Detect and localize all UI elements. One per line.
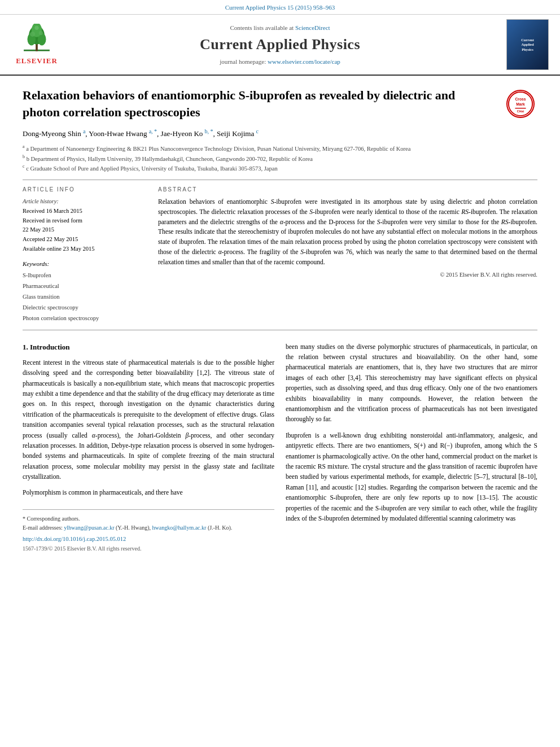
svg-point-6 bbox=[30, 32, 35, 37]
journal-cover-section: Current Applied Physics bbox=[498, 19, 549, 70]
keyword-4: Dielectric spectroscopy bbox=[23, 303, 147, 313]
journal-title-section: Contents lists available at ScienceDirec… bbox=[62, 24, 498, 66]
elsevier-logo-section: ELSEVIER bbox=[11, 24, 62, 66]
article-info-header: ARTICLE INFO bbox=[23, 186, 147, 194]
svg-point-7 bbox=[39, 31, 43, 35]
intro-paragraph-2: Polymorphism is common in pharmaceutical… bbox=[23, 487, 274, 497]
crossmark-icon: Cross Mark CHat bbox=[506, 90, 535, 118]
keyword-5: Photon correlation spectroscopy bbox=[23, 313, 147, 324]
journal-header: ELSEVIER Contents lists available at Sci… bbox=[0, 15, 560, 76]
keyword-1: S-Ibuprofen bbox=[23, 270, 147, 281]
article-info-abstract-section: ARTICLE INFO Article history: Received 1… bbox=[23, 186, 537, 324]
title-section: Relaxation behaviors of enantiomorphic S… bbox=[23, 87, 537, 120]
journal-homepage: journal homepage: www.elsevier.com/locat… bbox=[62, 58, 498, 66]
journal-title: Current Applied Physics bbox=[62, 34, 498, 55]
received-revised-label: Received in revised form bbox=[23, 216, 147, 226]
keywords-section: Keywords: S-Ibuprofen Pharmaceutical Gla… bbox=[23, 260, 147, 324]
email-1-link[interactable]: ylhwang@pusan.ac.kr bbox=[64, 525, 114, 531]
separator-1 bbox=[23, 180, 537, 180]
separator-2 bbox=[23, 330, 537, 330]
svg-text:Mark: Mark bbox=[516, 102, 525, 106]
science-direct-link: Contents lists available at ScienceDirec… bbox=[62, 24, 498, 32]
authors-line: Dong-Myeong Shin a, Yoon-Hwae Hwang a, *… bbox=[23, 128, 537, 139]
body-right-column: been many studies on the diverse polymor… bbox=[286, 342, 537, 553]
revised-date: 22 May 2015 bbox=[23, 225, 147, 235]
article-title: Relaxation behaviors of enantiomorphic S… bbox=[23, 87, 537, 120]
abstract-header: ABSTRACT bbox=[158, 186, 537, 194]
elsevier-wordmark: ELSEVIER bbox=[16, 56, 58, 66]
corresponding-note: * Corresponding authors. bbox=[23, 514, 274, 523]
doi-line[interactable]: http://dx.doi.org/10.1016/j.cap.2015.05.… bbox=[23, 535, 274, 544]
affiliations-section: a a Department of Nanoenergy Engineering… bbox=[23, 143, 537, 173]
keywords-title: Keywords: bbox=[23, 260, 147, 268]
abstract-column: ABSTRACT Relaxation behaviors of enantio… bbox=[158, 186, 537, 324]
available-online-date: Available online 23 May 2015 bbox=[23, 244, 147, 254]
section-1-title: 1. Introduction bbox=[23, 342, 274, 353]
svg-text:Cross: Cross bbox=[515, 98, 526, 102]
affiliation-b: b b Department of Physics, Hallym Univer… bbox=[23, 154, 537, 163]
affiliation-a: a a Department of Nanoenergy Engineering… bbox=[23, 143, 537, 153]
accepted-date: Accepted 22 May 2015 bbox=[23, 235, 147, 244]
article-info-column: ARTICLE INFO Article history: Received 1… bbox=[23, 186, 147, 324]
history-label: Article history: bbox=[23, 197, 147, 207]
email-2-link[interactable]: hwangko@hallym.ac.kr bbox=[152, 525, 207, 531]
homepage-link[interactable]: www.elsevier.com/locate/cap bbox=[268, 58, 340, 65]
journal-cover-image: Current Applied Physics bbox=[506, 19, 549, 70]
body-content: 1. Introduction Recent interest in the v… bbox=[23, 342, 537, 553]
citation-text: Current Applied Physics 15 (2015) 958–96… bbox=[225, 4, 335, 11]
received-date: Received 16 March 2015 bbox=[23, 207, 147, 216]
cover-title: Current Applied Physics bbox=[521, 38, 534, 52]
affiliation-c: c c Graduate School of Pure and Applied … bbox=[23, 163, 537, 173]
email-line: E-mail addresses: ylhwang@pusan.ac.kr (Y… bbox=[23, 523, 274, 532]
elsevier-tree-icon bbox=[20, 24, 54, 55]
elsevier-logo: ELSEVIER bbox=[11, 24, 62, 66]
intro-paragraph-1: Recent interest in the vitreous state of… bbox=[23, 357, 274, 482]
science-direct-anchor[interactable]: ScienceDirect bbox=[295, 24, 330, 31]
keywords-list: S-Ibuprofen Pharmaceutical Glass transit… bbox=[23, 270, 147, 324]
article-info-table: Article history: Received 16 March 2015 … bbox=[23, 197, 147, 254]
doi-link[interactable]: http://dx.doi.org/10.1016/j.cap.2015.05.… bbox=[23, 536, 126, 542]
body-left-column: 1. Introduction Recent interest in the v… bbox=[23, 342, 274, 553]
abstract-text: Relaxation behaviors of enantiomorphic S… bbox=[158, 197, 537, 268]
keyword-2: Pharmaceutical bbox=[23, 281, 147, 292]
copyright-notice: © 2015 Elsevier B.V. All rights reserved… bbox=[158, 271, 537, 279]
svg-text:CHat: CHat bbox=[517, 110, 524, 113]
right-paragraph-1: been many studies on the diverse polymor… bbox=[286, 342, 537, 425]
crossmark-badge[interactable]: Cross Mark CHat bbox=[504, 87, 537, 121]
main-content: Relaxation behaviors of enantiomorphic S… bbox=[0, 76, 560, 564]
journal-citation-bar: Current Applied Physics 15 (2015) 958–96… bbox=[0, 0, 560, 15]
svg-point-8 bbox=[34, 25, 38, 29]
footnote-section: * Corresponding authors. E-mail addresse… bbox=[23, 509, 274, 553]
right-paragraph-2: Ibuprofen is a well-known drug exhibitin… bbox=[286, 430, 537, 524]
issn-line: 1567-1739/© 2015 Elsevier B.V. All right… bbox=[23, 544, 274, 553]
keyword-3: Glass transition bbox=[23, 292, 147, 303]
